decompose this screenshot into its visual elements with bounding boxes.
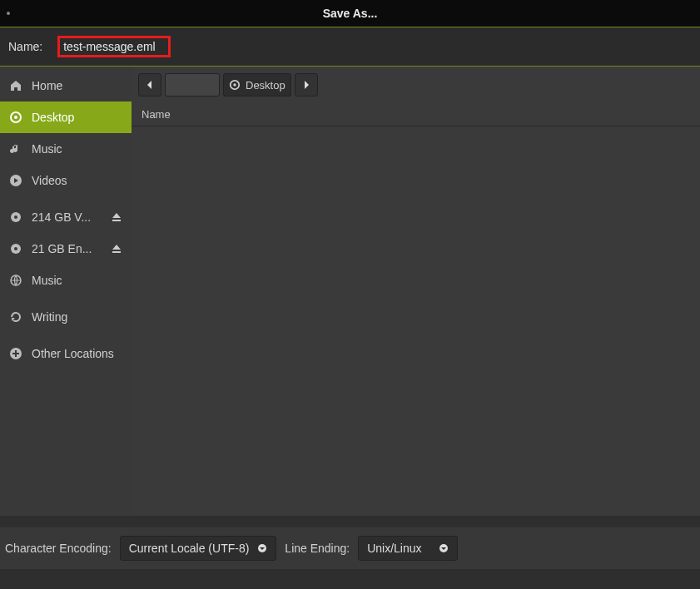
sidebar-item-label: Home [32, 79, 123, 92]
eject-icon[interactable] [110, 242, 123, 255]
videos-icon [8, 173, 23, 188]
sidebar-item-label: Writing [32, 310, 123, 324]
plus-icon [8, 346, 23, 361]
path-segment-desktop[interactable]: Desktop [223, 73, 291, 97]
svg-point-10 [233, 83, 236, 87]
sidebar-item-network-music[interactable]: Music [0, 265, 132, 296]
main-pane: Desktop Name [132, 67, 700, 516]
filename-row: Name: [0, 27, 700, 67]
filename-label: Name: [8, 40, 42, 53]
titlebar: Save As... [0, 0, 700, 27]
desktop-icon [8, 110, 23, 125]
refresh-icon [8, 309, 23, 324]
sidebar-item-label: Music [32, 142, 123, 156]
eject-icon[interactable] [110, 210, 123, 224]
file-list-area[interactable] [132, 126, 700, 516]
sidebar-item-label: Videos [32, 174, 123, 187]
line-ending-combo[interactable]: Unix/Linux [358, 536, 458, 561]
line-ending-label: Line Ending: [285, 542, 350, 555]
path-bar: Desktop [132, 67, 700, 103]
sidebar-item-label: Other Locations [32, 347, 123, 360]
file-list-header[interactable]: Name [132, 103, 700, 126]
footer-bar: Character Encoding: Current Locale (UTF-… [0, 527, 700, 569]
column-name-label: Name [141, 108, 171, 121]
encoding-label: Character Encoding: [5, 542, 112, 555]
titlebar-indicator-dot [7, 12, 10, 15]
sidebar-item-home[interactable]: Home [0, 70, 132, 101]
path-segment-label: Desktop [246, 79, 285, 92]
chevron-right-icon [301, 80, 311, 90]
encoding-value: Current Locale (UTF-8) [129, 542, 250, 555]
sidebar-item-desktop[interactable]: Desktop [0, 101, 132, 133]
disk-icon [8, 210, 23, 225]
desktop-icon [229, 79, 241, 91]
encoding-combo[interactable]: Current Locale (UTF-8) [120, 536, 277, 561]
path-segment-blank[interactable] [165, 73, 220, 97]
filename-highlight-box [57, 36, 171, 57]
sidebar-item-volume[interactable]: 214 GB V... [0, 201, 132, 233]
network-icon [8, 273, 23, 288]
places-sidebar: Home Desktop Music Videos 214 GB V [0, 67, 132, 516]
home-icon [8, 78, 23, 93]
sidebar-item-label: 214 GB V... [32, 210, 102, 224]
filename-input[interactable] [60, 38, 168, 55]
sidebar-item-label: Music [32, 274, 123, 287]
sidebar-item-videos[interactable]: Videos [0, 165, 132, 196]
path-back-button[interactable] [138, 73, 161, 97]
disk-icon [8, 241, 23, 256]
sidebar-item-music[interactable]: Music [0, 133, 132, 165]
svg-point-6 [14, 247, 17, 250]
chevron-left-icon [145, 80, 155, 90]
sidebar-item-writing[interactable]: Writing [0, 301, 132, 333]
line-ending-value: Unix/Linux [367, 542, 421, 555]
sidebar-item-volume[interactable]: 21 GB En... [0, 233, 132, 265]
sidebar-item-other-locations[interactable]: Other Locations [0, 338, 132, 369]
sidebar-item-label: 21 GB En... [32, 242, 102, 255]
path-forward-button[interactable] [295, 73, 318, 97]
chevron-down-icon [439, 543, 449, 553]
svg-point-1 [14, 116, 17, 119]
music-icon [8, 141, 23, 156]
sidebar-item-label: Desktop [32, 111, 123, 124]
window-title: Save As... [323, 7, 378, 20]
svg-point-4 [14, 215, 17, 219]
chevron-down-icon [257, 543, 267, 553]
